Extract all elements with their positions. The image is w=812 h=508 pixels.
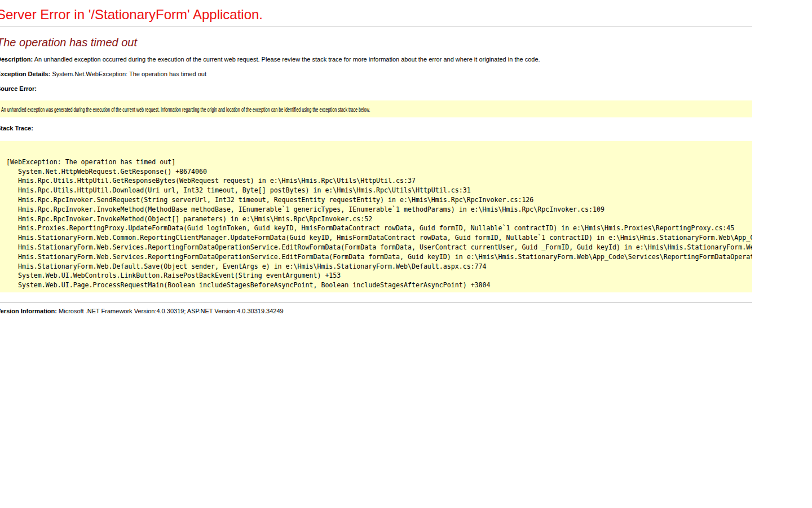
version-info-label: Version Information: bbox=[0, 308, 57, 314]
page-title: Server Error in '/StationaryForm' Applic… bbox=[0, 7, 752, 23]
stack-trace-row: Stack Trace: bbox=[0, 125, 752, 132]
description-label: Description: bbox=[0, 56, 33, 63]
exception-details-row: Exception Details: System.Net.WebExcepti… bbox=[0, 71, 752, 78]
top-divider bbox=[0, 27, 752, 27]
version-info-row: Version Information: Microsoft .NET Fram… bbox=[0, 308, 752, 315]
stack-trace-text: [WebException: The operation has timed o… bbox=[6, 148, 748, 290]
bottom-divider bbox=[0, 302, 752, 303]
stack-trace-label: Stack Trace: bbox=[0, 125, 33, 132]
version-info-text: Microsoft .NET Framework Version:4.0.303… bbox=[59, 308, 284, 314]
description-text: An unhandled exception occurred during t… bbox=[34, 56, 540, 63]
exception-details-text: System.Net.WebException: The operation h… bbox=[52, 71, 206, 77]
source-error-row: Source Error: bbox=[0, 85, 752, 93]
error-page: Server Error in '/StationaryForm' Applic… bbox=[0, 7, 752, 315]
source-error-message: An unhandled exception was generated dur… bbox=[1, 107, 370, 113]
error-subtitle: The operation has timed out bbox=[0, 36, 752, 49]
stack-trace-panel: [WebException: The operation has timed o… bbox=[0, 141, 752, 292]
source-error-label: Source Error: bbox=[0, 85, 37, 92]
source-error-panel: An unhandled exception was generated dur… bbox=[0, 100, 752, 117]
description-row: Description: An unhandled exception occu… bbox=[0, 56, 752, 63]
exception-details-label: Exception Details: bbox=[0, 71, 50, 77]
